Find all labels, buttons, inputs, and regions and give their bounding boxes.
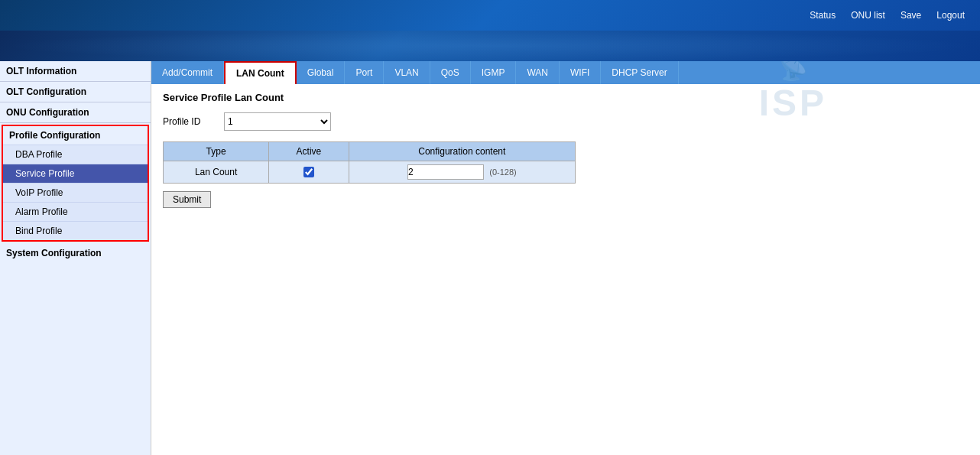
profile-configuration-title[interactable]: Profile Configuration: [3, 126, 148, 145]
page-title: Service Profile Lan Count: [163, 92, 969, 103]
sidebar-item-onu-configuration[interactable]: ONU Configuration: [0, 102, 151, 123]
sidebar-item-olt-configuration[interactable]: OLT Configuration: [0, 82, 151, 102]
range-hint: (0-128): [489, 167, 516, 177]
tab-qos[interactable]: QoS: [430, 61, 471, 84]
row-type-cell: Lan Count: [164, 161, 269, 184]
status-link[interactable]: Status: [810, 10, 836, 21]
logout-link[interactable]: Logout: [936, 10, 965, 21]
sidebar-item-alarm-profile[interactable]: Alarm Profile: [3, 202, 148, 221]
sidebar-item-service-profile[interactable]: Service Profile: [3, 164, 148, 183]
header: Status ONU list Save Logout: [0, 0, 980, 31]
tab-vlan[interactable]: VLAN: [384, 61, 430, 84]
tab-wan[interactable]: WAN: [516, 61, 560, 84]
onu-list-link[interactable]: ONU list: [851, 10, 885, 21]
row-config-cell: (0-128): [349, 161, 575, 184]
profile-id-label: Profile ID: [163, 116, 216, 127]
col-config-header: Configuration content: [349, 142, 575, 161]
col-active-header: Active: [269, 142, 349, 161]
tab-port[interactable]: Port: [345, 61, 384, 84]
content-wrapper: Service Profile Lan Count Profile ID 1 2…: [151, 84, 980, 216]
sidebar: OLT Information OLT Configuration ONU Co…: [0, 61, 151, 455]
signal-icon: 📡: [777, 61, 808, 82]
table-row: Lan Count (0-128): [164, 161, 576, 184]
sidebar-item-voip-profile[interactable]: VoIP Profile: [3, 183, 148, 202]
isp-watermark: 📡 ISP: [759, 61, 827, 124]
tab-global[interactable]: Global: [297, 61, 346, 84]
tab-wifi[interactable]: WIFI: [560, 61, 601, 84]
col-type-header: Type: [164, 142, 269, 161]
tab-bar: Add/Commit LAN Count Global Port VLAN Qo…: [151, 61, 980, 84]
lan-count-table: Type Active Configuration content Lan Co…: [163, 141, 576, 184]
main-content: Add/Commit LAN Count Global Port VLAN Qo…: [151, 61, 980, 455]
config-value-input[interactable]: [407, 164, 484, 180]
tab-add-commit[interactable]: Add/Commit: [151, 61, 224, 84]
tab-igmp[interactable]: IGMP: [471, 61, 517, 84]
content-area: Service Profile Lan Count Profile ID 1 2…: [151, 84, 980, 216]
tab-lan-count[interactable]: LAN Count: [224, 61, 297, 84]
layout: OLT Information OLT Configuration ONU Co…: [0, 61, 980, 455]
sidebar-item-olt-information[interactable]: OLT Information: [0, 61, 151, 82]
sidebar-item-bind-profile[interactable]: Bind Profile: [3, 221, 148, 240]
save-link[interactable]: Save: [900, 10, 921, 21]
row-active-cell: [269, 161, 349, 184]
tab-dhcp-server[interactable]: DHCP Server: [601, 61, 678, 84]
submit-button[interactable]: Submit: [163, 191, 211, 208]
profile-configuration-group: Profile Configuration DBA Profile Servic…: [2, 125, 149, 242]
sidebar-item-dba-profile[interactable]: DBA Profile: [3, 145, 148, 164]
active-checkbox[interactable]: [303, 167, 314, 177]
banner: [0, 31, 980, 61]
profile-id-select[interactable]: 1 2 3: [224, 112, 331, 131]
profile-id-row: Profile ID 1 2 3: [163, 112, 969, 131]
sidebar-item-system-configuration[interactable]: System Configuration: [0, 243, 151, 263]
